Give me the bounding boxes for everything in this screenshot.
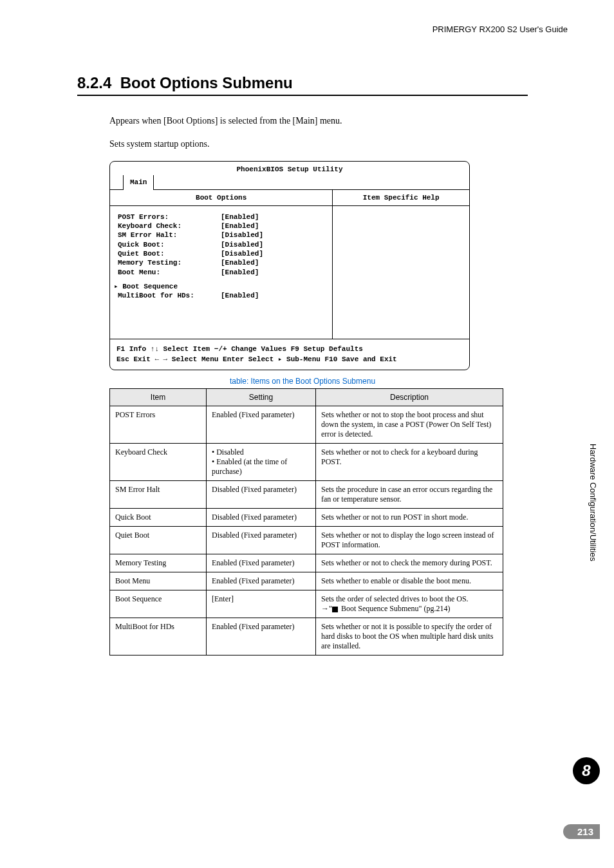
cell-item: Quick Boot xyxy=(110,509,207,527)
bios-help-pane xyxy=(333,206,469,339)
section-title-text: Boot Options Submenu xyxy=(120,74,293,91)
cell-description: Sets whether to enable or disable the bo… xyxy=(316,572,503,590)
cell-setting: Enabled (Fixed parameter) xyxy=(207,406,316,444)
cell-item: Memory Testing xyxy=(110,554,207,572)
table-row: Boot MenuEnabled (Fixed parameter)Sets w… xyxy=(110,572,503,590)
cell-item: POST Errors xyxy=(110,406,207,444)
th-setting: Setting xyxy=(207,389,316,406)
cell-description: Sets whether or not it is possible to sp… xyxy=(316,618,503,656)
cell-setting: Disabled (Fixed parameter) xyxy=(207,481,316,509)
bios-settings-pane: POST Errors:[Enabled] Keyboard Check:[En… xyxy=(110,206,332,339)
sidebar-chapter-label: Hardware Configuration/Utilities xyxy=(588,412,598,592)
cell-setting: Disabled (Fixed parameter) xyxy=(207,509,316,527)
bios-utility-title: PhoenixBIOS Setup Utility xyxy=(110,162,469,176)
cell-setting: • Disabled • Enabled (at the time of pur… xyxy=(207,444,316,481)
bios-tab-main: Main xyxy=(123,175,154,190)
bios-footer-line2: Esc Exit ← → Select Menu Enter Select ▸ … xyxy=(116,355,463,364)
cell-description: Sets whether or not to run POST in short… xyxy=(316,509,503,527)
cell-item: Boot Menu xyxy=(110,572,207,590)
table-caption: table: Items on the Boot Options Submenu xyxy=(109,377,496,386)
options-table: Item Setting Description POST ErrorsEnab… xyxy=(109,388,503,656)
intro-line-1: Appears when [Boot Options] is selected … xyxy=(109,114,528,128)
table-row: Quick BootDisabled (Fixed parameter)Sets… xyxy=(110,509,503,527)
table-row: POST ErrorsEnabled (Fixed parameter)Sets… xyxy=(110,406,503,444)
table-row: MultiBoot for HDsEnabled (Fixed paramete… xyxy=(110,618,503,656)
cell-description: Sets whether or not to check for a keybo… xyxy=(316,444,503,481)
cell-item: SM Error Halt xyxy=(110,481,207,509)
bios-tab-row: Main xyxy=(110,176,469,190)
cell-setting: Enabled (Fixed parameter) xyxy=(207,572,316,590)
cell-item: Boot Sequence xyxy=(110,590,207,618)
intro-line-2: Sets system startup options. xyxy=(109,137,528,151)
bios-footer: F1 Info ↑↓ Select Item −/+ Change Values… xyxy=(110,339,469,370)
bios-row: Boot Menu:[Enabled] xyxy=(118,268,324,277)
bios-row: SM Error Halt:[Disabled] xyxy=(118,231,324,240)
bios-subheading: ▸ Boot Sequence xyxy=(114,282,324,291)
cell-item: Keyboard Check xyxy=(110,444,207,481)
cell-description: Sets the procedure in case an error occu… xyxy=(316,481,503,509)
cell-setting: Disabled (Fixed parameter) xyxy=(207,527,316,554)
cell-description: Sets whether or not to check the memory … xyxy=(316,554,503,572)
bios-row: MultiBoot for HDs:[Enabled] xyxy=(118,291,324,300)
bios-row: Quiet Boot:[Disabled] xyxy=(118,249,324,258)
cell-item: MultiBoot for HDs xyxy=(110,618,207,656)
square-bullet-icon xyxy=(332,607,338,612)
cell-item: Quiet Boot xyxy=(110,527,207,554)
bios-row: Memory Testing:[Enabled] xyxy=(118,258,324,267)
chapter-badge: 8 xyxy=(573,757,600,784)
page-number: 213 xyxy=(563,824,600,839)
heading-rule xyxy=(77,95,528,96)
bios-row: POST Errors:[Enabled] xyxy=(118,212,324,222)
table-row: Keyboard Check• Disabled • Enabled (at t… xyxy=(110,444,503,481)
table-row: Boot Sequence[Enter]Sets the order of se… xyxy=(110,590,503,618)
table-row: Memory TestingEnabled (Fixed parameter)S… xyxy=(110,554,503,572)
bios-row: Keyboard Check:[Enabled] xyxy=(118,222,324,231)
cell-setting: Enabled (Fixed parameter) xyxy=(207,554,316,572)
th-description: Description xyxy=(316,389,503,406)
bios-right-header: Item Specific Help xyxy=(333,190,469,205)
table-row: SM Error HaltDisabled (Fixed parameter)S… xyxy=(110,481,503,509)
bios-body: POST Errors:[Enabled] Keyboard Check:[En… xyxy=(110,206,469,340)
section-heading: 8.2.4 Boot Options Submenu xyxy=(77,74,528,92)
bios-row: Quick Boot:[Disabled] xyxy=(118,240,324,249)
th-item: Item xyxy=(110,389,207,406)
table-row: Quiet BootDisabled (Fixed parameter)Sets… xyxy=(110,527,503,554)
bios-footer-line1: F1 Info ↑↓ Select Item −/+ Change Values… xyxy=(116,344,463,354)
doc-header: PRIMERGY RX200 S2 User's Guide xyxy=(433,24,568,34)
cell-description: Sets the order of selected drives to boo… xyxy=(316,590,503,618)
bios-left-header: Boot Options xyxy=(110,190,333,205)
cell-description: Sets whether or not to stop the boot pro… xyxy=(316,406,503,444)
section-number: 8.2.4 xyxy=(77,74,111,91)
cell-description: Sets whether or not to display the logo … xyxy=(316,527,503,554)
bios-screenshot: PhoenixBIOS Setup Utility Main Boot Opti… xyxy=(109,161,470,370)
cell-setting: Enabled (Fixed parameter) xyxy=(207,618,316,656)
cell-setting: [Enter] xyxy=(207,590,316,618)
